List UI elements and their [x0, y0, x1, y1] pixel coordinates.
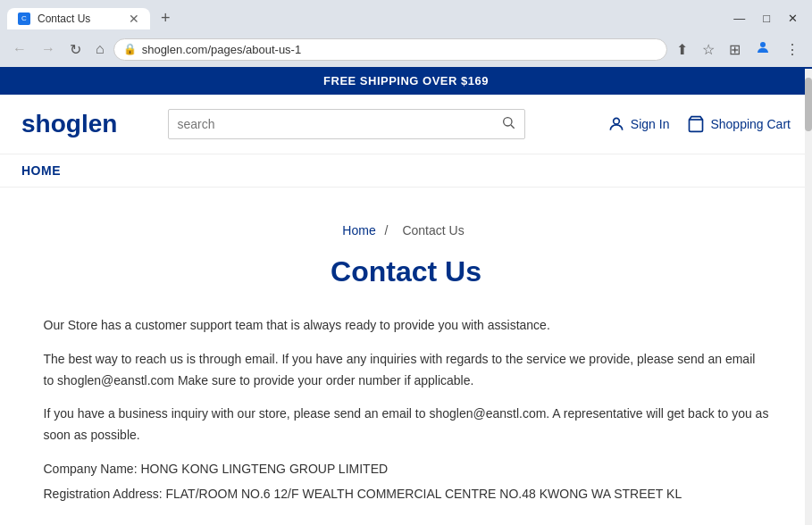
company-name: Company Name: HONG KONG LINGTENG GROUP L… [44, 459, 769, 480]
breadcrumb-current: Contact Us [402, 223, 464, 238]
breadcrumb: Home / Contact Us [44, 223, 769, 238]
extensions-button[interactable]: ⊞ [724, 38, 746, 62]
header-actions: Sign In Shopping Cart [607, 115, 791, 133]
browser-tab[interactable]: C Contact Us ✕ [7, 8, 150, 29]
profile-button[interactable] [749, 36, 776, 62]
close-button[interactable]: ✕ [781, 8, 805, 29]
content-body: Our Store has a customer support team th… [44, 315, 769, 505]
nav-home[interactable]: HOME [21, 163, 61, 178]
svg-line-2 [511, 125, 515, 129]
url-text: shoglen.com/pages/about-us-1 [142, 43, 657, 56]
bookmark-button[interactable]: ☆ [697, 38, 720, 62]
sign-in-button[interactable]: Sign In [607, 115, 670, 133]
reload-button[interactable]: ↻ [64, 38, 87, 62]
top-banner: FREE SHIPPING OVER $169 [0, 67, 812, 95]
banner-text: FREE SHIPPING OVER $169 [323, 74, 489, 88]
search-icon[interactable] [501, 115, 515, 133]
sign-in-label: Sign In [631, 117, 670, 131]
cart-icon [687, 115, 705, 133]
site-nav: HOME [0, 154, 812, 188]
minimize-button[interactable]: — [726, 8, 752, 29]
content-para-3: If you have a business inquiry with our … [44, 404, 769, 446]
breadcrumb-separator: / [385, 223, 389, 238]
scrollbar-thumb[interactable] [805, 78, 812, 131]
content-para-2: The best way to reach us is through emai… [44, 349, 769, 392]
forward-button[interactable]: → [36, 38, 61, 61]
new-tab-button[interactable]: + [154, 5, 178, 31]
lock-icon: 🔒 [123, 43, 137, 55]
svg-point-0 [760, 42, 766, 47]
page-content: FREE SHIPPING OVER $169 shoglen Sign In [0, 67, 812, 525]
cast-button[interactable]: ⬆ [671, 38, 693, 62]
breadcrumb-home[interactable]: Home [342, 223, 375, 238]
svg-point-3 [614, 118, 620, 124]
main-content: Home / Contact Us Contact Us Our Store h… [22, 188, 791, 525]
cart-button[interactable]: Shopping Cart [687, 115, 791, 133]
svg-point-1 [503, 118, 511, 126]
user-icon [607, 115, 625, 133]
back-button[interactable]: ← [7, 38, 32, 61]
search-bar[interactable] [168, 109, 525, 139]
tab-close-button[interactable]: ✕ [129, 12, 139, 25]
scrollbar[interactable] [805, 69, 812, 525]
page-title: Contact Us [44, 255, 769, 288]
content-para-1: Our Store has a customer support team th… [44, 315, 769, 337]
home-button[interactable]: ⌂ [90, 38, 110, 61]
address-bar[interactable]: 🔒 shoglen.com/pages/about-us-1 [113, 38, 667, 61]
tab-title: Contact Us [38, 12, 90, 25]
site-header: shoglen Sign In [0, 95, 812, 154]
maximize-button[interactable]: □ [756, 8, 777, 29]
search-input[interactable] [178, 117, 501, 131]
registration-address: Registration Address: FLAT/ROOM NO.6 12/… [44, 484, 769, 505]
site-logo[interactable]: shoglen [21, 110, 117, 138]
menu-button[interactable]: ⋮ [780, 38, 805, 62]
cart-label: Shopping Cart [710, 117, 791, 131]
tab-favicon: C [18, 12, 30, 25]
